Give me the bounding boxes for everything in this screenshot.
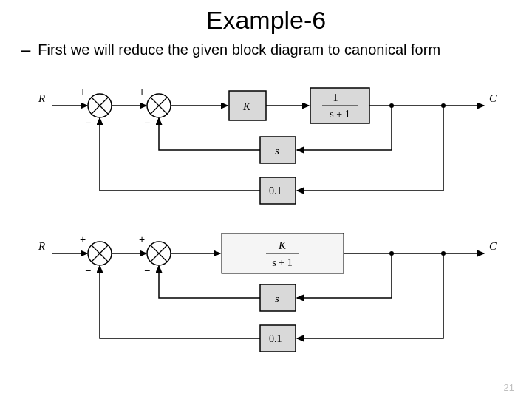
bullet-text: First we will reduce the given block dia… bbox=[38, 41, 440, 58]
block-diagram-1: R + − + − K 1 s + 1 C s 0.1 bbox=[22, 69, 510, 216]
sum1-plus: + bbox=[80, 233, 86, 245]
block-combined-num: K bbox=[278, 239, 287, 251]
block-h2-label: 0.1 bbox=[269, 185, 282, 197]
block-k-label: K bbox=[242, 100, 251, 112]
block-combined-den: s + 1 bbox=[272, 257, 292, 268]
page-number: 21 bbox=[504, 382, 514, 393]
sum2-plus: + bbox=[139, 86, 145, 98]
sum2-plus: + bbox=[139, 233, 145, 245]
bullet-row: – First we will reduce the given block d… bbox=[21, 39, 532, 60]
sum2-minus: − bbox=[144, 117, 150, 129]
block-h2-label: 0.1 bbox=[269, 333, 282, 344]
bullet-dash-icon: – bbox=[21, 39, 30, 60]
sum2-minus: − bbox=[144, 265, 150, 276]
block-tf-num: 1 bbox=[333, 92, 338, 103]
sum1-plus: + bbox=[80, 86, 86, 98]
block-diagram-2: R + − + − K s + 1 C s 0.1 bbox=[22, 216, 510, 364]
sum1-minus: − bbox=[85, 265, 91, 276]
diagram2-output-label: C bbox=[489, 240, 497, 252]
block-tf-den: s + 1 bbox=[330, 109, 349, 120]
block-h1-label: s bbox=[275, 145, 279, 157]
diagram1-output-label: C bbox=[489, 92, 497, 104]
block-h1-label: s bbox=[275, 293, 279, 304]
page-title: Example-6 bbox=[0, 6, 532, 35]
diagram2-input-label: R bbox=[38, 240, 45, 252]
sum1-minus: − bbox=[85, 117, 91, 129]
diagram1-input-label: R bbox=[38, 92, 45, 104]
